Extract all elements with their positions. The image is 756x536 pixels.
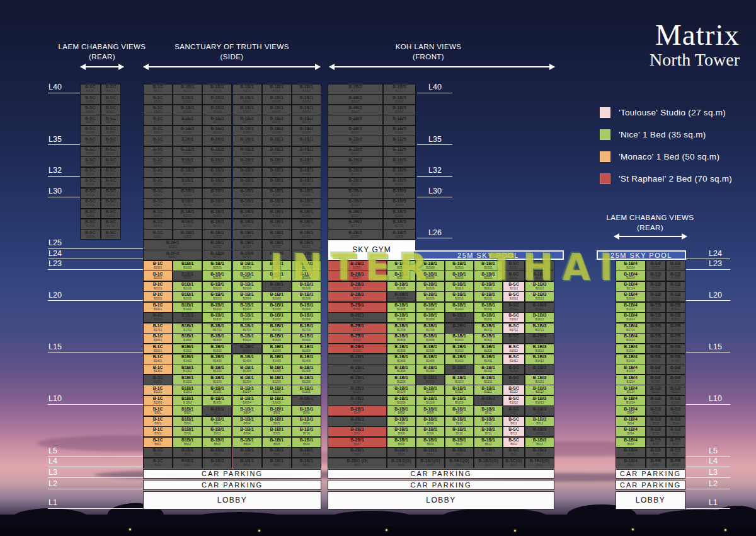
unit-cell-B2016: B-SBB2016 xyxy=(666,291,686,302)
unit-cell-B601: B-1CB601 xyxy=(143,437,173,448)
unit-type-label: B-SB xyxy=(650,324,661,329)
unit-number-label: B1205 xyxy=(273,381,281,384)
unit-cell-B3201: B-1CB3201 xyxy=(143,167,173,178)
unit-cell-B3508: B-1B/5B3508 xyxy=(383,136,416,146)
unit-type-label: B-1C xyxy=(153,313,163,318)
unit-type-label: B-1B/5 xyxy=(392,117,406,121)
unit-number-label: B3809 xyxy=(86,111,94,114)
unit-number-label: B1402 xyxy=(183,360,192,363)
unit-type-label: B-1B/1 xyxy=(210,283,224,287)
unit-number-label: B3208 xyxy=(395,173,403,177)
unit-type-label: B-1B/1 xyxy=(394,387,408,391)
car-parking-l3-right: CAR PARKING xyxy=(616,469,685,479)
unit-number-label: B2910 xyxy=(106,204,115,207)
unit-type-label: B-SB xyxy=(650,334,661,339)
unit-cell-B908: B-1B/1B908 xyxy=(387,405,416,416)
unit-type-label: B-SC xyxy=(85,85,96,90)
unit-type-label: B-2B/2 xyxy=(348,231,362,235)
unit-cell-B1001: B-1CB1001 xyxy=(143,395,173,406)
unit-number-label: B1507 xyxy=(353,350,361,353)
unit-type-label: B-SB xyxy=(670,334,681,339)
unit-number-label: B1414 xyxy=(626,360,634,363)
unit-number-label: B3010 xyxy=(106,194,115,197)
unit-number-label: B3803 xyxy=(213,111,221,114)
tree-blob-4 xyxy=(441,508,548,526)
unit-type-label: B-1B/4 xyxy=(624,324,638,329)
unit-number-label: B3004 xyxy=(243,194,251,197)
unit-number-label: B702 xyxy=(184,433,191,436)
unit-type-label: B-1B/1 xyxy=(481,313,495,318)
unit-cell-B2802: B-1B/1B2802 xyxy=(173,209,202,219)
unit-type-label: B-1B/1 xyxy=(300,178,314,183)
unit-cell-B2803: B-1B/1B2803 xyxy=(202,209,232,219)
unit-cell-B1410: B-1B/1B1410 xyxy=(445,354,474,364)
unit-number-label: B3103 xyxy=(213,184,221,187)
floor-label-text: L3 xyxy=(49,469,143,477)
unit-number-label: B1408 xyxy=(397,360,405,363)
unit-number-label: B1107 xyxy=(353,391,362,394)
unit-type-label: B-SB xyxy=(650,438,661,443)
unit-cell-B1804: B-1B/1B1804 xyxy=(232,312,262,323)
unit-number-label: B2016 xyxy=(672,298,680,301)
unit-cell-B3010: B-SCB3010 xyxy=(101,188,122,199)
unit-type-label: B-SB xyxy=(670,407,681,412)
unit-cell-B1304: B-1B/1B1304 xyxy=(232,364,262,375)
unit-cell-B4001: B-1CB4001 xyxy=(143,84,173,95)
unit-type-label: B-1B/1 xyxy=(481,355,495,359)
unit-number-label: B3305 xyxy=(273,163,281,166)
unit-number-label: B2609 xyxy=(86,236,94,239)
unit-cell-B3702: B1B/1B3702 xyxy=(173,115,202,125)
tree-blob-3 xyxy=(328,511,416,527)
unit-cell-B2501: B-2F/1B2501 xyxy=(143,240,202,250)
unit-cell-B613: B-1B/3B613 xyxy=(525,437,554,448)
unit-cell-B1008: B-1B/1B1008 xyxy=(387,395,416,406)
unit-type-label: B-2B/1 xyxy=(350,324,364,329)
unit-number-label: B414 xyxy=(627,464,634,467)
unit-type-label: B-1B/1 xyxy=(270,106,284,110)
unit-number-label: B2701 xyxy=(154,225,162,228)
unit-number-label: B1910 xyxy=(455,308,463,312)
unit-cell-B2012: B-SCB2012 xyxy=(503,291,525,302)
unit-cell-B1415: B-SBB1415 xyxy=(646,354,666,364)
unit-number-label: B2202 xyxy=(183,277,192,280)
floor-label-text: L1 xyxy=(49,499,143,507)
unit-number-label: B1406 xyxy=(302,360,311,363)
unit-number-label: B2710 xyxy=(106,225,115,228)
unit-cell-B3405: B-1B/1B3405 xyxy=(262,146,292,157)
unit-number-label: B906 xyxy=(303,412,310,415)
unit-type-label: B-1B/1 xyxy=(240,324,254,329)
unit-number-label: B2902 xyxy=(183,204,192,207)
unit-number-label: B502 xyxy=(184,453,191,457)
unit-number-label: B3702 xyxy=(183,121,192,124)
unit-cell-B1813: B-1B/3B1813 xyxy=(525,312,554,323)
unit-number-label: B2901 xyxy=(154,204,162,207)
unit-number-label: B3509 xyxy=(86,142,94,145)
unit-cell-B2201: B-1CB2201 xyxy=(143,271,173,281)
unit-type-label: B-1B/1 xyxy=(481,345,495,349)
view-header-line1: SANCTUARY OF TRUTH VIEWS xyxy=(169,42,295,52)
unit-number-label: B1704 xyxy=(243,329,251,332)
unit-number-label: B608 xyxy=(398,443,405,446)
unit-number-label: B3601 xyxy=(154,132,162,135)
unit-cell-B903: B-1B/1B903 xyxy=(202,405,232,416)
unit-number-label: B1213 xyxy=(536,381,544,384)
unit-cell-B3307: B-2B/2B3307 xyxy=(328,156,383,167)
unit-type-label: B-1B/1 xyxy=(240,210,254,214)
unit-cell-B1210: B-1B/1B1210 xyxy=(445,375,474,385)
unit-type-label: B-1B/1 xyxy=(210,96,224,100)
unit-cell-B3103: B-1B/1B3103 xyxy=(202,177,232,188)
unit-cell-B1408: B-1B/1B1408 xyxy=(387,354,416,364)
unit-type-label: B-1B/1 xyxy=(452,303,466,308)
unit-type-label: B-SC xyxy=(508,397,519,401)
unit-cell-B1514: B-1B/4B1514 xyxy=(616,344,646,354)
unit-type-label: B-1B/1 xyxy=(240,355,254,359)
unit-type-label: B-1B/1 xyxy=(210,231,224,235)
unit-type-label: B-1C xyxy=(153,407,163,412)
floor-label-text: L20 xyxy=(709,291,730,300)
unit-type-label: B-1B/1 xyxy=(270,96,284,100)
unit-cell-B1111: B-1B/1B1111 xyxy=(474,385,503,395)
floor-label-L1: L1 xyxy=(686,499,730,509)
unit-cell-B404: B-1B/1B404 xyxy=(232,458,262,469)
unit-cell-B1506: B-1B/1B1506 xyxy=(292,344,321,354)
unit-type-label: B-2B/1 xyxy=(350,438,364,443)
